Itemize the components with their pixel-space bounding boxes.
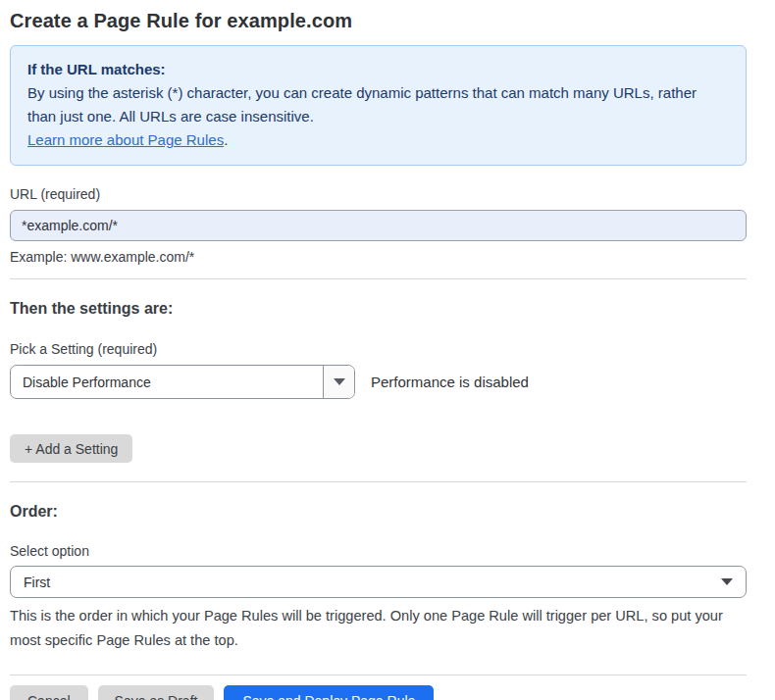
create-page-rule-panel: Create a Page Rule for example.com If th… — [0, 0, 775, 700]
setting-select[interactable]: Disable Performance — [10, 365, 355, 399]
save-and-deploy-button[interactable]: Save and Deploy Page Rule — [224, 685, 434, 700]
url-input[interactable] — [10, 210, 747, 241]
chevron-down-icon — [334, 378, 345, 385]
chevron-down-icon — [721, 578, 733, 585]
url-field-label: URL (required) — [10, 186, 747, 202]
divider — [10, 675, 747, 675]
save-as-draft-button[interactable]: Save as Draft — [98, 685, 215, 700]
divider — [10, 481, 747, 482]
setting-picker-label: Pick a Setting (required) — [10, 341, 747, 357]
url-match-info-box: If the URL matches: By using the asteris… — [10, 45, 747, 166]
url-example-hint: Example: www.example.com/* — [10, 249, 747, 265]
setting-status-text: Performance is disabled — [371, 374, 529, 390]
setting-select-arrow-button[interactable] — [323, 366, 354, 398]
settings-section-heading: Then the settings are: — [10, 300, 747, 318]
setting-picker-row: Disable Performance Performance is disab… — [10, 365, 747, 399]
add-setting-button[interactable]: + Add a Setting — [10, 434, 132, 463]
divider — [10, 278, 747, 279]
cancel-button[interactable]: Cancel — [10, 685, 88, 700]
order-select-label: Select option — [10, 543, 747, 559]
learn-more-link[interactable]: Learn more about Page Rules — [27, 131, 224, 148]
info-box-body: By using the asterisk (*) character, you… — [27, 84, 697, 125]
link-suffix: . — [224, 131, 228, 148]
setting-select-value: Disable Performance — [11, 366, 323, 398]
order-select[interactable]: First — [10, 566, 747, 598]
order-select-value: First — [24, 575, 721, 590]
form-actions: Cancel Save as Draft Save and Deploy Pag… — [10, 685, 747, 700]
info-box-heading: If the URL matches: — [27, 58, 729, 81]
page-title: Create a Page Rule for example.com — [10, 10, 747, 32]
order-section-heading: Order: — [10, 503, 747, 521]
order-help-text: This is the order in which your Page Rul… — [10, 604, 741, 653]
